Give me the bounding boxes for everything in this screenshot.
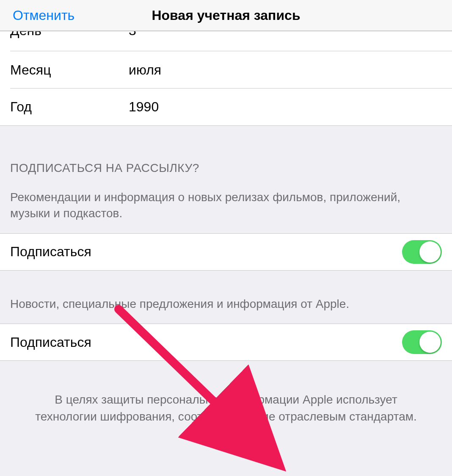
privacy-note: В целях защиты персональной информации A… [0, 361, 452, 424]
subscribe-desc-1: Рекомендации и информация о новых релиза… [10, 189, 442, 229]
subscribe-toggle-1[interactable] [402, 240, 442, 264]
cancel-button[interactable]: Отменить [13, 8, 74, 23]
subscribe-toggle-2[interactable] [402, 330, 442, 354]
subscribe-toggle-1-label: Подписаться [10, 244, 91, 260]
subscribe-header: ПОДПИСАТЬСЯ НА РАССЫЛКУ? Рекомендации и … [0, 126, 452, 233]
year-label: Год [10, 99, 129, 115]
month-value: июля [129, 62, 161, 78]
subscribe-toggle-row-2: Подписаться [0, 324, 452, 361]
nav-buttons: Назад Далее [0, 425, 452, 476]
month-label: Месяц [10, 62, 129, 78]
day-value: 3 [129, 31, 136, 39]
subscribe-toggle-row-1: Подписаться [0, 233, 452, 271]
subscribe-desc-2: Новости, специальные предложения и инфор… [10, 296, 442, 320]
navbar: Отменить Новая учетная запись [0, 0, 452, 31]
year-value: 1990 [129, 99, 159, 115]
date-section: День 3 Месяц июля Год 1990 [0, 31, 452, 126]
subscribe-caption: ПОДПИСАТЬСЯ НА РАССЫЛКУ? [10, 161, 442, 175]
subscribe-desc-2-wrap: Новости, специальные предложения и инфор… [0, 271, 452, 324]
switch-knob [419, 241, 441, 263]
date-row-year[interactable]: Год 1990 [0, 89, 452, 126]
subscribe-toggle-2-label: Подписаться [10, 335, 91, 350]
day-label: День [10, 31, 129, 39]
switch-knob [419, 332, 441, 353]
date-row-month[interactable]: Месяц июля [0, 51, 452, 89]
date-row-day[interactable]: День 3 [0, 31, 452, 51]
